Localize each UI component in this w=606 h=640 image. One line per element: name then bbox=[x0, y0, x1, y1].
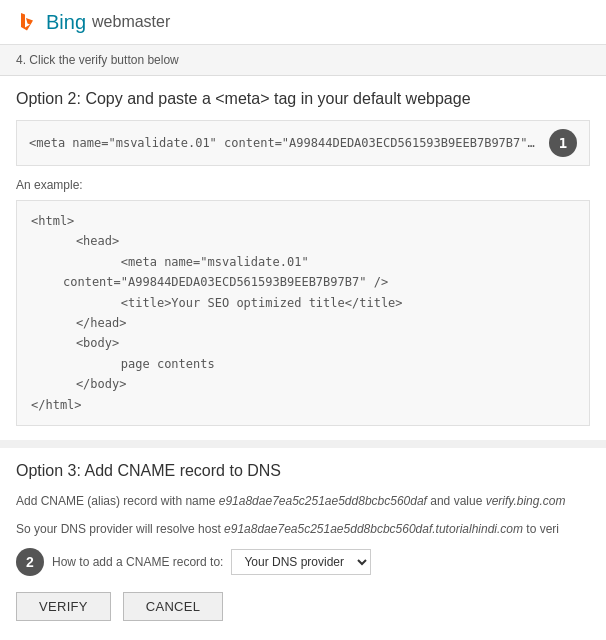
bing-text: Bing bbox=[46, 11, 86, 34]
verify-button[interactable]: VERIFY bbox=[16, 592, 111, 621]
meta-tag-box: <meta name="msvalidate.01" content="A998… bbox=[16, 120, 590, 166]
code-line-3: <meta name="msvalidate.01" content="A998… bbox=[63, 252, 575, 293]
info-text-part2: and value bbox=[427, 494, 486, 508]
cancel-button[interactable]: CANCEL bbox=[123, 592, 224, 621]
code-line-8: </body> bbox=[47, 374, 575, 394]
info-text-part3: So your DNS provider will resolve host bbox=[16, 522, 224, 536]
code-box: <html> <head> <meta name="msvalidate.01"… bbox=[16, 200, 590, 426]
cname-name: e91a8dae7ea5c251ae5dd8bcbc560daf bbox=[219, 494, 427, 508]
info-text-part4: to veri bbox=[523, 522, 559, 536]
webmaster-text: webmaster bbox=[92, 13, 170, 31]
step-note: 4. Click the verify button below bbox=[0, 45, 606, 76]
step-note-text: 4. Click the verify button below bbox=[16, 53, 179, 67]
option3-info-text-2: So your DNS provider will resolve host e… bbox=[16, 520, 590, 538]
code-line-5: </head> bbox=[47, 313, 575, 333]
option3-info-text-1: Add CNAME (alias) record with name e91a8… bbox=[16, 492, 590, 510]
header: Bing webmaster bbox=[0, 0, 606, 45]
code-line-4: <title>Your SEO optimized title</title> bbox=[63, 293, 575, 313]
code-line-6: <body> bbox=[47, 333, 575, 353]
code-line-7: page contents bbox=[63, 354, 575, 374]
option2-title: Option 2: Copy and paste a <meta> tag in… bbox=[16, 90, 590, 108]
code-line-9: </html> bbox=[31, 395, 575, 415]
dns-provider-select[interactable]: Your DNS provider bbox=[231, 549, 371, 575]
step-2-circle: 2 bbox=[16, 548, 44, 576]
option3-section: Option 3: Add CNAME record to DNS Add CN… bbox=[0, 448, 606, 640]
buttons-row: VERIFY CANCEL bbox=[16, 592, 590, 621]
option3-title: Option 3: Add CNAME record to DNS bbox=[16, 462, 590, 480]
option2-section: Option 2: Copy and paste a <meta> tag in… bbox=[0, 76, 606, 448]
step-1-circle: 1 bbox=[549, 129, 577, 157]
how-to-add-row: 2 How to add a CNAME record to: Your DNS… bbox=[16, 548, 590, 576]
host-name: e91a8dae7ea5c251ae5dd8bcbc560daf.tutoria… bbox=[224, 522, 523, 536]
option3-info-wrapper: Add CNAME (alias) record with name e91a8… bbox=[16, 492, 590, 576]
meta-tag-text: <meta name="msvalidate.01" content="A998… bbox=[29, 136, 541, 150]
how-to-add-label: How to add a CNAME record to: bbox=[52, 555, 223, 569]
cname-value: verify.bing.com bbox=[486, 494, 566, 508]
example-label: An example: bbox=[16, 178, 590, 192]
bing-logo: Bing webmaster bbox=[16, 10, 170, 34]
code-line-1: <html> bbox=[31, 211, 575, 231]
code-line-2: <head> bbox=[47, 231, 575, 251]
bing-logo-icon bbox=[16, 10, 40, 34]
info-text-part1: Add CNAME (alias) record with name bbox=[16, 494, 219, 508]
